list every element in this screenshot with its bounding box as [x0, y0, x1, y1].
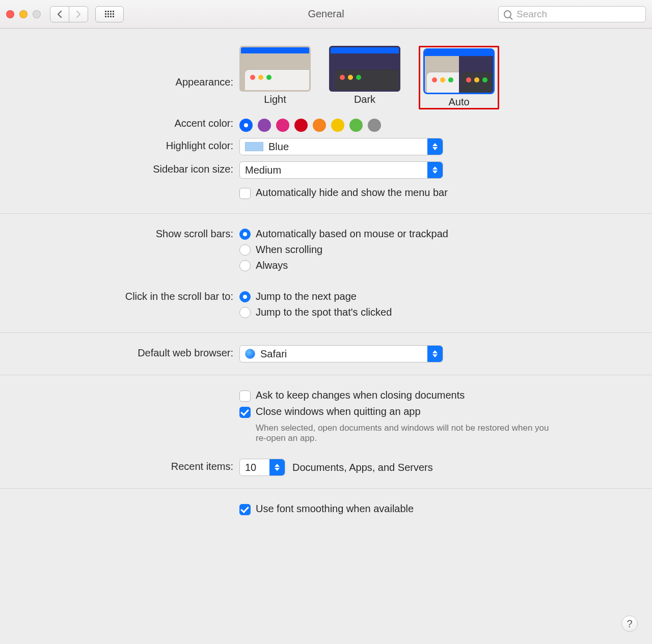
popup-arrows-icon — [427, 138, 443, 155]
scrollbars-auto-radio[interactable]: Automatically based on mouse or trackpad — [239, 226, 586, 242]
show-scrollbars-row: Show scroll bars: Automatically based on… — [0, 223, 652, 276]
appearance-option-dark-label: Dark — [329, 94, 400, 105]
radio-icon — [239, 260, 251, 271]
accent-color-swatch[interactable] — [276, 119, 289, 132]
default-browser-row: Default web browser: Safari — [0, 342, 652, 366]
highlight-color-value: Blue — [268, 141, 289, 153]
accent-color-swatch[interactable] — [331, 119, 344, 132]
close-windows-on-quit-label: Close windows when quitting an app — [256, 406, 421, 417]
close-windows-help-text: When selected, open documents and window… — [256, 423, 551, 443]
default-browser-value: Safari — [260, 348, 287, 360]
checkbox-icon — [239, 407, 251, 418]
ask-keep-changes-checkbox[interactable]: Ask to keep changes when closing documen… — [239, 387, 586, 404]
search-icon — [504, 10, 511, 18]
menubar-autohide-label: Automatically hide and show the menu bar — [256, 187, 448, 199]
scrollbars-auto-label: Automatically based on mouse or trackpad — [256, 228, 448, 240]
highlight-color-label: Highlight color: — [0, 138, 239, 152]
documents-options-row: Ask to keep changes when closing documen… — [0, 384, 652, 446]
default-browser-popup[interactable]: Safari — [239, 345, 443, 362]
checkbox-icon — [239, 188, 251, 199]
popup-arrows-icon — [427, 346, 443, 362]
appearance-row: Appearance: Light Dark — [0, 43, 652, 113]
default-browser-label: Default web browser: — [0, 345, 239, 359]
accent-color-swatch[interactable] — [368, 119, 381, 132]
forward-button — [69, 6, 88, 22]
traffic-lights — [6, 10, 41, 18]
window-titlebar: General — [0, 0, 652, 29]
show-scrollbars-label: Show scroll bars: — [0, 226, 239, 240]
grid-icon — [105, 11, 114, 18]
sidebar-icon-size-label: Sidebar icon size: — [0, 161, 239, 175]
click-scrollbar-page-label: Jump to the next page — [256, 291, 357, 302]
section-divider — [0, 375, 652, 375]
safari-icon — [245, 349, 255, 359]
search-input[interactable] — [515, 8, 640, 20]
radio-icon — [239, 244, 251, 256]
ask-keep-changes-label: Ask to keep changes when closing documen… — [256, 389, 465, 401]
highlight-color-popup[interactable]: Blue — [239, 138, 443, 155]
back-button[interactable] — [50, 6, 69, 22]
show-all-button[interactable] — [95, 6, 124, 22]
search-field[interactable] — [498, 6, 646, 22]
minimize-window-button[interactable] — [19, 10, 28, 18]
recent-items-value: 10 — [245, 462, 256, 473]
sidebar-icon-size-value: Medium — [245, 164, 281, 176]
recent-items-row: Recent items: 10 Documents, Apps, and Se… — [0, 456, 652, 479]
scrollbars-always-label: Always — [256, 260, 288, 271]
chevron-left-icon — [57, 10, 63, 18]
click-scrollbar-page-radio[interactable]: Jump to the next page — [239, 289, 586, 304]
accent-color-swatch[interactable] — [239, 119, 253, 132]
accent-color-swatch[interactable] — [294, 119, 308, 132]
radio-icon — [239, 291, 251, 302]
scrollbars-when-scrolling-radio[interactable]: When scrolling — [239, 242, 586, 258]
appearance-option-dark[interactable]: Dark — [329, 46, 400, 109]
appearance-option-auto[interactable]: Auto — [423, 48, 495, 108]
section-divider — [0, 488, 652, 489]
recent-items-popup[interactable]: 10 — [239, 459, 285, 476]
chevron-right-icon — [75, 10, 82, 18]
appearance-option-auto-label: Auto — [423, 96, 495, 108]
font-smoothing-row: Use font smoothing when available — [0, 498, 652, 520]
radio-icon — [239, 307, 251, 318]
click-scrollbar-label: Click in the scroll bar to: — [0, 289, 239, 302]
zoom-window-button — [33, 10, 41, 18]
appearance-option-light[interactable]: Light — [239, 46, 311, 109]
nav-buttons — [50, 6, 88, 22]
accent-color-label: Accent color: — [0, 116, 239, 129]
scrollbars-always-radio[interactable]: Always — [239, 258, 586, 273]
accent-color-row: Accent color: — [0, 113, 652, 135]
menubar-autohide-row: Automatically hide and show the menu bar — [0, 182, 652, 204]
click-scrollbar-row: Click in the scroll bar to: Jump to the … — [0, 286, 652, 323]
close-window-button[interactable] — [6, 10, 14, 18]
section-divider — [0, 213, 652, 214]
highlight-swatch-icon — [245, 142, 263, 151]
font-smoothing-label: Use font smoothing when available — [256, 503, 414, 515]
click-scrollbar-spot-label: Jump to the spot that's clicked — [256, 306, 392, 318]
recent-items-suffix: Documents, Apps, and Servers — [292, 462, 433, 473]
accent-color-swatch[interactable] — [258, 119, 271, 132]
popup-arrows-icon — [269, 459, 285, 475]
close-windows-on-quit-checkbox[interactable]: Close windows when quitting an app — [239, 404, 586, 420]
accent-color-swatch[interactable] — [313, 119, 326, 132]
font-smoothing-checkbox[interactable]: Use font smoothing when available — [239, 501, 586, 517]
click-scrollbar-spot-radio[interactable]: Jump to the spot that's clicked — [239, 304, 586, 320]
section-divider — [0, 332, 652, 333]
appearance-auto-highlight: Auto — [419, 46, 499, 109]
sidebar-icon-size-row: Sidebar icon size: Medium — [0, 158, 652, 182]
recent-items-label: Recent items: — [0, 459, 239, 472]
sidebar-icon-size-popup[interactable]: Medium — [239, 161, 443, 179]
radio-icon — [239, 229, 251, 240]
menubar-autohide-checkbox[interactable]: Automatically hide and show the menu bar — [239, 185, 586, 201]
appearance-option-light-label: Light — [239, 94, 311, 105]
popup-arrows-icon — [427, 162, 443, 178]
preferences-content: Appearance: Light Dark — [0, 29, 652, 541]
scrollbars-when-scrolling-label: When scrolling — [256, 244, 322, 256]
accent-color-swatch[interactable] — [349, 119, 363, 132]
appearance-label: Appearance: — [0, 46, 239, 88]
checkbox-icon — [239, 504, 251, 515]
checkbox-icon — [239, 390, 251, 402]
highlight-color-row: Highlight color: Blue — [0, 135, 652, 158]
